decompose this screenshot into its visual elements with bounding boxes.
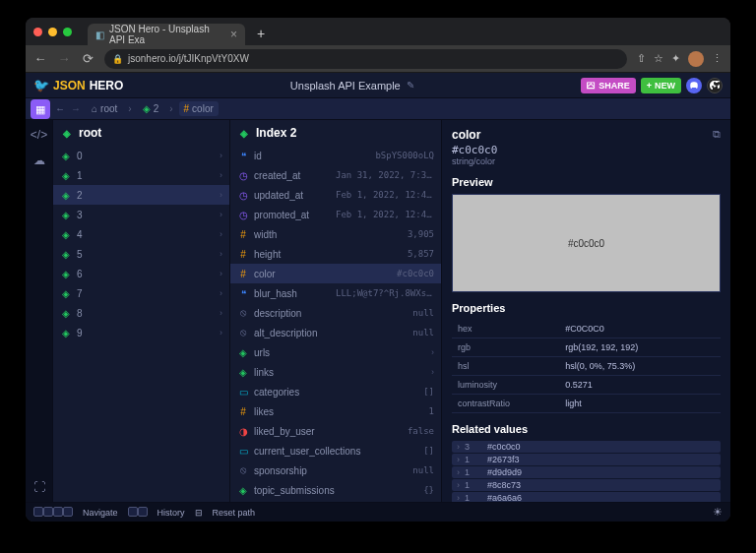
close-tab-icon[interactable]: × <box>230 28 237 41</box>
field-row-description[interactable]: ⦸descriptionnull <box>230 303 441 323</box>
discord-button[interactable] <box>686 78 702 93</box>
related-value-row[interactable]: ›1#d9d9d9 <box>452 466 721 478</box>
field-key: updated_at <box>254 190 303 201</box>
related-value-row[interactable]: ›1#a6a6a6 <box>452 492 721 502</box>
field-row-current_user_collections[interactable]: ▭current_user_collections[] <box>230 441 441 461</box>
field-row-height[interactable]: #height5,857 <box>230 244 441 264</box>
related-value-row[interactable]: ›1#2673f3 <box>452 454 721 465</box>
edit-title-icon[interactable]: ✎ <box>407 80 414 91</box>
maximize-window-icon[interactable] <box>63 28 72 36</box>
field-row-created_at[interactable]: ◷created_atJan 31, 2022, 7:39:53 PM … <box>230 165 441 185</box>
reload-button[interactable]: ⟳ <box>81 51 94 66</box>
logo[interactable]: 🐦 JSONHERO <box>33 78 123 92</box>
root-item-9[interactable]: ◈9› <box>53 323 229 342</box>
crumb-back-icon[interactable]: ← <box>55 103 65 114</box>
crumb-forward-icon[interactable]: → <box>71 103 81 114</box>
extensions-icon[interactable]: ✦ <box>671 52 680 65</box>
root-item-label: 1 <box>77 170 83 181</box>
close-window-icon[interactable] <box>33 28 42 36</box>
related-hex: #8c8c73 <box>487 480 521 490</box>
back-button[interactable]: ← <box>33 51 47 66</box>
field-value: [] <box>423 387 434 397</box>
profile-avatar[interactable] <box>688 51 704 67</box>
root-item-0[interactable]: ◈0› <box>53 146 229 165</box>
field-row-blur_hash[interactable]: ❝blur_hashLLL;W@t7?^Rj.8WXs:oIyDofI… <box>230 283 441 303</box>
field-row-alt_description[interactable]: ⦸alt_descriptionnull <box>230 323 441 342</box>
field-row-likes[interactable]: #likes1 <box>230 401 441 421</box>
field-row-topic_submissions[interactable]: ◈topic_submissions{} <box>230 480 441 500</box>
hash-icon: # <box>237 406 249 417</box>
related-value-row[interactable]: ›1#8c8c73 <box>452 479 721 491</box>
breadcrumb-root[interactable]: ⌂ root <box>87 101 122 116</box>
chevron-right-icon: › <box>431 367 434 377</box>
share-button[interactable]: ⮹ SHARE <box>581 78 636 93</box>
field-key: likes <box>254 406 274 417</box>
share-page-icon[interactable]: ⇧ <box>637 52 646 65</box>
cube-icon: ◈ <box>60 328 72 338</box>
root-item-7[interactable]: ◈7› <box>53 283 229 303</box>
expand-icon[interactable]: ⛶ <box>33 480 45 494</box>
field-row-updated_at[interactable]: ◷updated_atFeb 1, 2022, 12:40:02 PM… <box>230 185 441 205</box>
github-button[interactable] <box>707 78 723 93</box>
lock-icon: 🔒 <box>112 54 123 64</box>
cloud-download-icon[interactable]: ☁ <box>33 154 45 167</box>
minimize-window-icon[interactable] <box>48 28 57 36</box>
root-item-label: 4 <box>77 229 83 240</box>
field-key: sponsorship <box>254 465 307 476</box>
related-hex: #c0c0c0 <box>487 442 521 452</box>
field-key: current_user_collections <box>254 446 360 457</box>
related-hex: #d9d9d9 <box>487 467 522 477</box>
field-row-links[interactable]: ◈links› <box>230 362 441 382</box>
root-item-6[interactable]: ◈6› <box>53 264 229 283</box>
root-item-8[interactable]: ◈8› <box>53 303 229 323</box>
field-row-promoted_at[interactable]: ◷promoted_atFeb 1, 2022, 12:40:01 P… <box>230 205 441 224</box>
footer-reset-button[interactable]: Reset path <box>213 508 256 518</box>
address-bar-row: ← → ⟳ 🔒 jsonhero.io/j/tJIKnpVtY0XW ⇧ ☆ ✦… <box>26 45 730 73</box>
view-mode-button[interactable]: ▦ <box>31 99 50 119</box>
field-key: blur_hash <box>254 288 297 299</box>
cube-icon: ◈ <box>143 103 151 114</box>
field-row-sponsorship[interactable]: ⦸sponsorshipnull <box>230 461 441 480</box>
field-row-color[interactable]: #color#c0c0c0 <box>230 264 441 283</box>
bookmark-icon[interactable]: ☆ <box>654 52 663 65</box>
reset-path-icon: ⊟ <box>195 508 203 518</box>
null-icon: ⦸ <box>237 464 249 476</box>
root-item-5[interactable]: ◈5› <box>53 244 229 264</box>
field-row-categories[interactable]: ▭categories[] <box>230 382 441 401</box>
breadcrumb-index[interactable]: ◈ 2 <box>138 101 164 116</box>
logo-text-json: JSON <box>53 79 86 92</box>
field-row-id[interactable]: ❝idbSpYS000oLQ <box>230 146 441 165</box>
chevron-right-icon: › <box>457 442 460 452</box>
root-item-1[interactable]: ◈1› <box>53 165 229 185</box>
address-field[interactable]: 🔒 jsonhero.io/j/tJIKnpVtY0XW <box>104 49 627 69</box>
root-item-label: 3 <box>77 210 83 220</box>
new-button[interactable]: + NEW <box>641 78 681 93</box>
browser-menu-icon[interactable]: ⋮ <box>712 52 723 65</box>
copy-icon[interactable]: ⧉ <box>713 128 721 141</box>
forward-button[interactable]: → <box>57 51 71 66</box>
cube-icon: ◈ <box>60 170 72 181</box>
chevron-right-icon: › <box>431 347 434 357</box>
chevron-right-icon: › <box>220 249 222 259</box>
breadcrumb-field[interactable]: # color <box>179 101 219 116</box>
related-value-row[interactable]: ›3#c0c0c0 <box>452 441 721 453</box>
property-row-contrastRatio: contrastRatiolight <box>452 395 721 413</box>
field-key: height <box>254 249 281 260</box>
field-value: {} <box>423 485 434 495</box>
breadcrumb-root-label: root <box>100 103 117 114</box>
root-item-4[interactable]: ◈4› <box>53 224 229 244</box>
cube-icon: ◈ <box>60 229 72 240</box>
field-key: created_at <box>254 170 300 181</box>
root-item-2[interactable]: ◈2› <box>53 185 229 205</box>
field-row-liked_by_user[interactable]: ◑liked_by_userfalse <box>230 421 441 441</box>
theme-toggle-icon[interactable]: ☀ <box>713 506 723 519</box>
new-tab-button[interactable]: + <box>257 26 265 41</box>
code-view-icon[interactable]: </> <box>31 128 47 142</box>
field-key: topic_submissions <box>254 485 335 496</box>
field-row-width[interactable]: #width3,905 <box>230 224 441 244</box>
chevron-right-icon: › <box>220 308 222 318</box>
field-row-urls[interactable]: ◈urls› <box>230 342 441 362</box>
plus-icon: + <box>647 81 652 91</box>
browser-tab[interactable]: ◧ JSON Hero - Unsplash API Exa × <box>88 24 245 45</box>
root-item-3[interactable]: ◈3› <box>53 205 229 224</box>
